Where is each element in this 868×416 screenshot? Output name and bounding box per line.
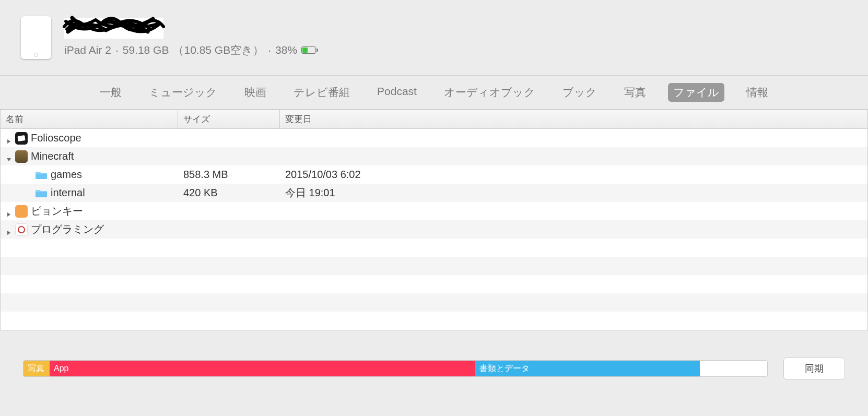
- battery-icon: [301, 46, 318, 54]
- folder-icon: [35, 170, 48, 180]
- sync-button[interactable]: 同期: [783, 358, 845, 379]
- storage-free: （10.85 GB空き）: [173, 43, 264, 57]
- table-row-empty: [1, 312, 867, 330]
- table-header: 名前 サイズ 変更日: [1, 110, 867, 129]
- device-icon: [21, 16, 51, 59]
- app-name: プログラミング: [31, 222, 104, 236]
- tab-tv[interactable]: テレビ番組: [288, 83, 355, 102]
- battery-percent: 38%: [275, 44, 297, 56]
- redaction-scribble-icon: [62, 14, 166, 40]
- table-row[interactable]: Minecraft: [1, 147, 867, 165]
- storage-bar[interactable]: 写真 App 書類とデータ: [23, 360, 768, 377]
- file-size: 858.3 MB: [178, 169, 280, 181]
- file-date: 今日 19:01: [280, 186, 867, 200]
- folder-icon: [35, 188, 48, 198]
- tab-general[interactable]: 一般: [95, 83, 127, 102]
- app-icon-pyonkee: [15, 205, 28, 218]
- app-name: ピョンキー: [31, 204, 83, 218]
- table-row[interactable]: games 858.3 MB 2015/10/03 6:02: [1, 165, 867, 184]
- file-table: 名前 サイズ 変更日 Folioscope Minecraft: [0, 110, 868, 330]
- folder-name: internal: [51, 187, 85, 199]
- separator-dot: ·: [115, 44, 119, 56]
- disclosure-triangle-icon[interactable]: [6, 227, 12, 233]
- file-size: 420 KB: [178, 187, 280, 199]
- disclosure-triangle-icon[interactable]: [6, 153, 12, 160]
- table-row-empty: [1, 275, 867, 293]
- folder-name: games: [51, 169, 82, 181]
- table-row[interactable]: internal 420 KB 今日 19:01: [1, 184, 867, 202]
- storage-bar-container: 写真 App 書類とデータ 同期: [23, 358, 845, 379]
- tab-audiobook[interactable]: オーディオブック: [439, 83, 541, 102]
- column-header-name[interactable]: 名前: [1, 110, 178, 128]
- storage-segment-docs: 書類とデータ: [475, 361, 700, 376]
- storage-segment-app: App: [50, 361, 475, 376]
- table-row[interactable]: プログラミング: [1, 220, 867, 239]
- device-header: iPad Air 2 · 59.18 GB （10.85 GB空き） · 38%: [0, 0, 868, 76]
- storage-segment-photos: 写真: [24, 361, 50, 376]
- tab-info[interactable]: 情報: [741, 83, 773, 102]
- device-subtitle: iPad Air 2 · 59.18 GB （10.85 GB空き） · 38%: [64, 43, 847, 57]
- column-header-date[interactable]: 変更日: [280, 110, 867, 128]
- table-row[interactable]: Folioscope: [1, 129, 867, 147]
- table-row-empty: [1, 239, 867, 257]
- device-model: iPad Air 2: [64, 44, 111, 56]
- tab-books[interactable]: ブック: [557, 83, 602, 102]
- disclosure-triangle-icon[interactable]: [6, 135, 12, 141]
- app-icon-folioscope: [15, 132, 28, 145]
- app-icon-minecraft: [15, 150, 28, 163]
- app-name: Folioscope: [31, 132, 81, 144]
- tab-photos[interactable]: 写真: [619, 83, 651, 102]
- tab-files[interactable]: ファイル: [668, 83, 724, 102]
- device-info: iPad Air 2 · 59.18 GB （10.85 GB空き） · 38%: [64, 18, 847, 57]
- storage-total: 59.18 GB: [123, 44, 169, 56]
- table-row[interactable]: ピョンキー: [1, 202, 867, 220]
- table-row-empty: [1, 293, 867, 312]
- disclosure-triangle-icon[interactable]: [6, 208, 12, 215]
- device-name-redacted: [64, 18, 163, 39]
- table-body: Folioscope Minecraft games: [1, 129, 867, 330]
- separator-dot: ·: [268, 44, 271, 56]
- storage-segment-free: [700, 361, 767, 376]
- tab-movies[interactable]: 映画: [239, 83, 272, 102]
- file-date: 2015/10/03 6:02: [280, 169, 867, 181]
- tab-music[interactable]: ミュージック: [144, 83, 222, 102]
- app-name: Minecraft: [31, 150, 74, 162]
- column-header-size[interactable]: サイズ: [178, 110, 280, 128]
- table-row-empty: [1, 257, 867, 275]
- tab-podcast[interactable]: Podcast: [372, 83, 422, 102]
- tab-bar: 一般 ミュージック 映画 テレビ番組 Podcast オーディオブック ブック …: [0, 76, 868, 110]
- app-icon-programming: [15, 223, 28, 236]
